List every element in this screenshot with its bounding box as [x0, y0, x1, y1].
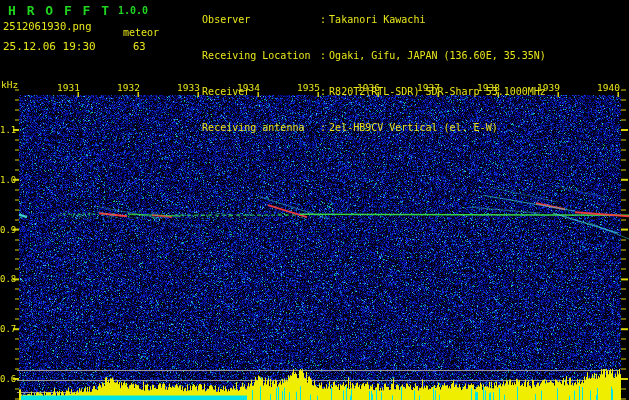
x-tick-label: 1939: [537, 82, 560, 93]
header-info-value: Takanori Kawachi: [329, 14, 425, 25]
echo-count: 63: [133, 40, 146, 52]
y-tick-label: 0.9: [0, 225, 14, 235]
hrofft-screen: H R O F F T 1.0.0 2512061930.png meteor …: [0, 0, 629, 400]
x-tick-label: 1935: [297, 82, 320, 93]
header-info-row: Receiving Location:Ogaki, Gifu, JAPAN (1…: [178, 38, 546, 74]
header-info-row: Observer:Takanori Kawachi: [178, 2, 546, 38]
x-tick-label: 1934: [237, 82, 260, 93]
header-info-block: Observer:Takanori Kawachi Receiving Loca…: [178, 2, 546, 146]
header-info-value: 2el-HB9CV Vertical (el. E-W): [329, 122, 498, 133]
y-tick-label: 0.7: [0, 324, 14, 334]
x-tick-label: 1940: [597, 82, 620, 93]
header-info-value: Ogaki, Gifu, JAPAN (136.60E, 35.35N): [329, 50, 546, 61]
app-title: H R O F F T: [8, 3, 111, 18]
app-version: 1.0.0: [118, 5, 148, 16]
header-info-label: Receiving Location: [202, 50, 320, 62]
x-tick-label: 1933: [177, 82, 200, 93]
header-info-separator: :: [320, 86, 329, 98]
header-info-label: Receiving antenna: [202, 122, 320, 134]
header-info-separator: :: [320, 14, 329, 26]
y-tick-label: 0.6: [0, 374, 14, 384]
mode-label: meteor: [123, 27, 159, 38]
y-tick-label: 1.0: [0, 175, 14, 185]
header-info-label: Observer: [202, 14, 320, 26]
header-info-separator: :: [320, 122, 329, 134]
x-tick-label: 1937: [417, 82, 440, 93]
x-tick-label: 1931: [57, 82, 80, 93]
y-tick-label: 0.8: [0, 274, 14, 284]
file-name: 2512061930.png: [3, 20, 92, 32]
datetime-label: 25.12.06 19:30: [3, 40, 96, 53]
x-tick-label: 1936: [357, 82, 380, 93]
y-tick-label: 1.1: [0, 125, 14, 135]
y-axis-unit-label: kHz: [1, 79, 18, 90]
x-tick-label: 1932: [117, 82, 140, 93]
header-info-row: Receiving antenna:2el-HB9CV Vertical (el…: [178, 110, 546, 146]
header-info-separator: :: [320, 50, 329, 62]
x-tick-label: 1938: [477, 82, 500, 93]
